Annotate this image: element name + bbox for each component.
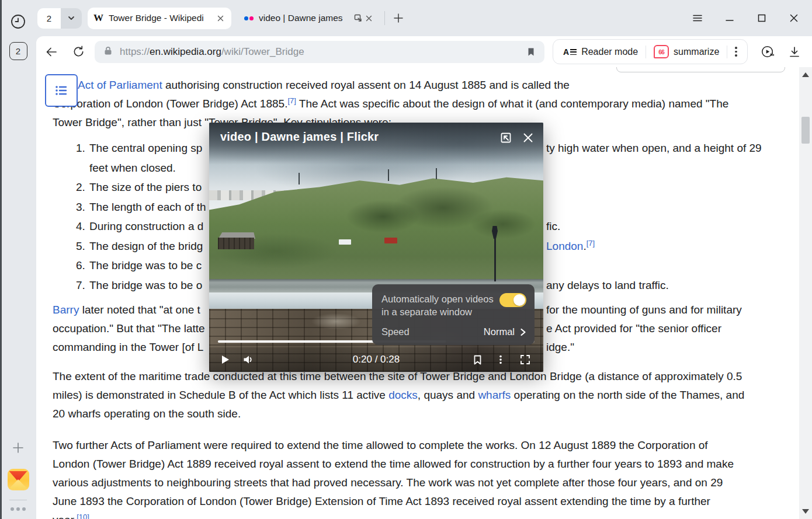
- text-segment: later noted that "at one t: [79, 304, 200, 316]
- sidebar-more-dots-icon[interactable]: [11, 507, 26, 511]
- pill-kebab-menu-icon[interactable]: [727, 47, 744, 56]
- wiki-link[interactable]: wharfs: [478, 389, 511, 401]
- bookmark-flag-icon[interactable]: [526, 47, 536, 57]
- address-bar[interactable]: https://en.wikipedia.org/wiki/Tower_Brid…: [95, 41, 544, 63]
- article-line: year.[10]: [53, 511, 785, 519]
- video-mast: [388, 169, 389, 181]
- add-panel-icon[interactable]: [11, 441, 25, 455]
- speed-value: Normal: [484, 326, 515, 337]
- wiki-link[interactable]: Barry: [53, 304, 79, 316]
- text-segment: The bridge was to be o: [89, 279, 202, 291]
- video-lamppost: [491, 226, 498, 281]
- list-number: 3.: [76, 197, 89, 217]
- wiki-link[interactable]: docks: [388, 389, 418, 401]
- text-segment: The bridge was to be c: [89, 259, 202, 271]
- auto-open-label-line2: in a separate window: [381, 306, 525, 319]
- reader-mode-icon: A: [563, 48, 577, 55]
- close-window-icon[interactable]: [789, 13, 799, 23]
- video-barn: [218, 238, 254, 249]
- text-segment: e Act provided for "the senior officer: [546, 322, 721, 335]
- volume-icon[interactable]: [241, 352, 256, 367]
- list-number: 7.: [76, 276, 89, 295]
- auto-open-toggle[interactable]: [499, 293, 526, 307]
- video-settings-panel: Automatically open videos in a separate …: [372, 284, 535, 345]
- tab-close-icon[interactable]: [215, 13, 225, 23]
- close-video-icon[interactable]: [521, 131, 535, 145]
- toolbar: https://en.wikipedia.org/wiki/Tower_Brid…: [36, 36, 812, 67]
- menu-icon[interactable]: [692, 13, 703, 23]
- text-segment: London (Tower Bridge) Act 1889 received …: [53, 458, 734, 470]
- table-of-contents-button[interactable]: [45, 74, 78, 107]
- text-segment: The size of the piers to: [89, 181, 202, 193]
- popout-window-icon[interactable]: [353, 13, 363, 23]
- minimize-icon[interactable]: [724, 13, 735, 23]
- wiki-link[interactable]: London: [546, 240, 583, 252]
- fullscreen-icon[interactable]: [518, 352, 533, 367]
- url-host: en.wikipedia.org: [150, 46, 221, 57]
- wiki-link[interactable]: [7]: [587, 240, 595, 252]
- download-icon[interactable]: [787, 45, 801, 59]
- text-segment: , quays and: [418, 389, 478, 401]
- text-segment: The Act was specific about the design of…: [296, 97, 728, 110]
- tab-count-label[interactable]: 2: [37, 8, 61, 29]
- article-line: June 1893 the Corporation of London (Tow…: [53, 492, 785, 511]
- text-segment: miles) is demonstrated in Schedule B of …: [53, 389, 388, 401]
- wiki-link[interactable]: [7]: [287, 97, 296, 110]
- return-to-tab-icon[interactable]: [499, 131, 513, 145]
- reader-mode-label: Reader mode: [581, 47, 638, 57]
- reader-mode-button[interactable]: A Reader mode: [556, 47, 646, 57]
- player-icon[interactable]: [761, 45, 775, 59]
- bookmark-icon[interactable]: [470, 352, 485, 367]
- url-path: /wiki/Tower_Bridge: [221, 46, 304, 57]
- chevron-right-icon: [520, 328, 526, 336]
- yandex-mail-icon[interactable]: [8, 469, 29, 490]
- text-segment: The length of each of th: [89, 201, 206, 213]
- window-controls: [692, 13, 812, 23]
- window-edge: [0, 0, 2, 519]
- tab-tower-bridge[interactable]: W Tower Bridge - Wikipedi: [88, 8, 231, 29]
- kebab-menu-icon[interactable]: [493, 352, 508, 367]
- list-number: 4.: [76, 217, 89, 236]
- sidebar-divider: [9, 500, 27, 500]
- text-after-overlay: any delays to land traffic.: [546, 276, 669, 295]
- list-number: 6.: [76, 256, 89, 276]
- sidebar-tab-count-badge[interactable]: 2: [9, 42, 27, 60]
- history-clock-icon[interactable]: [9, 13, 27, 30]
- wiki-link[interactable]: Act of Parliament: [78, 79, 162, 91]
- wikipedia-favicon: W: [93, 12, 103, 24]
- tab-close-icon[interactable]: [363, 13, 374, 23]
- scroll-up-arrow[interactable]: [802, 72, 809, 77]
- lock-icon[interactable]: [103, 46, 113, 58]
- text-segment: commanding in the Tower [of L: [53, 341, 203, 353]
- text-segment: any delays to land traffic.: [546, 279, 669, 291]
- maximize-icon[interactable]: [757, 13, 767, 23]
- speed-label: Speed: [381, 326, 410, 337]
- reload-icon[interactable]: [71, 45, 85, 59]
- partial-search-box[interactable]: [616, 67, 785, 72]
- tab-video-dawne-james[interactable]: video | Dawne james: [238, 8, 380, 29]
- list-number: 5.: [76, 236, 89, 256]
- sidebar: 2: [0, 0, 36, 519]
- chevron-down-icon[interactable]: [61, 8, 82, 29]
- text-segment: Two further Acts of Parliament were requ…: [53, 439, 708, 451]
- summarize-button[interactable]: 66 summarize: [646, 45, 727, 58]
- text-segment: Corporation of London (Tower Bridge) Act…: [53, 97, 287, 110]
- page-content: Act of Parliament authorising constructi…: [36, 67, 812, 519]
- scrollbar-thumb[interactable]: [801, 117, 810, 144]
- new-tab-button[interactable]: [391, 11, 406, 26]
- text-segment: various adjustments to neighbouring stre…: [53, 476, 723, 489]
- text-segment: year.: [53, 514, 77, 519]
- text-segment: authorising construction received royal …: [162, 79, 570, 91]
- list-number: 2.: [76, 177, 89, 197]
- speed-setting-row[interactable]: Speed Normal: [381, 326, 526, 337]
- wiki-link[interactable]: [10]: [77, 514, 89, 519]
- back-icon[interactable]: [44, 45, 58, 59]
- text-segment: The design of the bridg: [89, 240, 203, 252]
- play-icon[interactable]: [217, 352, 233, 367]
- text-segment: The extent of the maritime trade conduct…: [53, 370, 742, 382]
- tab-group-counter[interactable]: 2: [37, 8, 82, 29]
- scroll-down-arrow[interactable]: [802, 509, 809, 514]
- toggle-knob: [513, 294, 525, 306]
- text-segment: operating on the north side of the Thame…: [511, 389, 744, 401]
- summarize-quote-icon: 66: [654, 45, 669, 58]
